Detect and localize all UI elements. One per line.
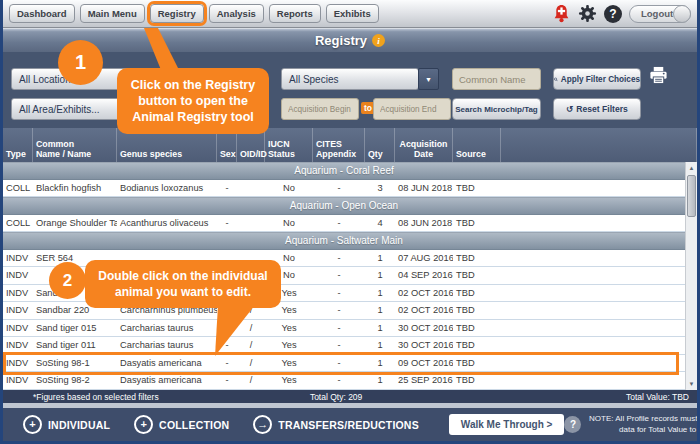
cell-common: SoSting 98-1	[33, 358, 117, 368]
top-nav-bar: DashboardMain MenuRegistryAnalysisReport…	[3, 0, 697, 28]
scrollbar-thumb[interactable]	[687, 175, 696, 217]
cell-iucn: Yes	[265, 340, 313, 350]
page-title: Registry	[315, 33, 367, 48]
cell-source: TBD	[453, 288, 501, 298]
apply-filter-button[interactable]: Apply Filter Choices	[553, 68, 641, 90]
cell-type: INDV	[3, 270, 33, 280]
action-label: COLLECTION	[159, 419, 229, 431]
column-header-label: Genus species	[120, 149, 182, 159]
cell-type: INDV	[3, 340, 33, 350]
plus-circle-icon: +	[23, 415, 42, 434]
acquisition-end-input[interactable]	[373, 98, 451, 120]
cell-qty: 1	[365, 375, 395, 385]
tab-reports[interactable]: Reports	[269, 4, 321, 23]
table-row-sand-tiger-011[interactable]: INDVSand tiger 011Carcharias taurus-/Yes…	[3, 337, 685, 355]
tab-analysis[interactable]: Analysis	[209, 4, 264, 23]
cell-sex: -	[217, 323, 237, 333]
tab-main-menu[interactable]: Main Menu	[80, 4, 145, 23]
cell-iucn: Yes	[265, 375, 313, 385]
note-container: ? NOTE: All Profile records must contain…	[564, 414, 700, 435]
column-header-acquisition[interactable]: Acquisition Date	[395, 128, 453, 162]
reset-filters-button[interactable]: ↺ Reset Filters	[553, 98, 641, 120]
cell-type: INDV	[3, 323, 33, 333]
table-row-sand-tiger-015[interactable]: INDVSand tiger 015Carcharias taurus-/Yes…	[3, 320, 685, 338]
total-value: Total Value: TBD	[626, 392, 689, 402]
figures-note: *Figures based on selected filters	[33, 392, 159, 402]
action-transfers-reductions[interactable]: →TRANSFERS/REDUCTIONS	[253, 415, 419, 434]
cell-acq: 08 JUN 2018	[395, 183, 453, 193]
cell-sex: -	[217, 340, 237, 350]
note-text: NOTE: All Profile records must contain c…	[587, 414, 700, 435]
table-row-sosting-98-2[interactable]: INDVSoSting 98-2Dasyatis americana-/Yes-…	[3, 372, 685, 390]
species-dropdown[interactable]: All Species	[281, 68, 419, 90]
cell-sex: -	[217, 218, 237, 228]
column-header-iucn[interactable]: IUCN Status	[265, 128, 313, 162]
cell-acq: 09 OCT 2016	[395, 358, 453, 368]
cell-oid: /	[237, 340, 265, 350]
action-collection[interactable]: +COLLECTION	[134, 415, 229, 434]
bottom-action-bar: +INDIVIDUAL+COLLECTION→TRANSFERS/REDUCTI…	[3, 408, 697, 441]
action-group: +INDIVIDUAL+COLLECTION→TRANSFERS/REDUCTI…	[23, 415, 443, 434]
cell-genus: Carcharias taurus	[117, 340, 217, 350]
notification-bell-icon[interactable]	[552, 4, 571, 23]
cell-cites: -	[313, 218, 365, 228]
cell-qty: 1	[365, 253, 395, 263]
scroll-down-arrow[interactable]: ▼	[686, 379, 697, 389]
column-header-common[interactable]: Common Name / Name	[33, 128, 117, 162]
cell-source: TBD	[453, 358, 501, 368]
cell-common: Orange Shoulder Tang	[33, 218, 117, 228]
cell-cites: -	[313, 358, 365, 368]
column-header-label: Sex	[220, 149, 236, 159]
cell-acq: 02 OCT 2016	[395, 305, 453, 315]
column-header-source[interactable]: Source	[453, 128, 501, 162]
info-icon[interactable]: i	[372, 34, 385, 47]
cell-type: INDV	[3, 375, 33, 385]
table-scrollbar[interactable]: ▲ ▼	[685, 162, 697, 390]
cell-iucn: No	[265, 183, 313, 193]
cell-type: COLL	[3, 183, 33, 193]
cell-source: TBD	[453, 270, 501, 280]
reset-filters-label: Reset Filters	[576, 104, 628, 114]
common-name-input[interactable]	[452, 68, 541, 90]
tab-registry[interactable]: Registry	[150, 4, 204, 23]
acquisition-begin-input[interactable]	[281, 98, 359, 120]
walk-me-through-button[interactable]: Walk Me Through >	[449, 414, 565, 435]
cell-qty: 1	[365, 305, 395, 315]
column-header-type[interactable]: Type	[3, 128, 33, 162]
cell-source: TBD	[453, 375, 501, 385]
action-label: TRANSFERS/REDUCTIONS	[278, 419, 419, 431]
column-header-label: Common Name / Name	[36, 139, 91, 159]
cell-type: INDV	[3, 288, 33, 298]
tab-exhibits[interactable]: Exhibits	[326, 4, 379, 23]
column-header-qty[interactable]: Qty	[365, 128, 395, 162]
print-icon[interactable]	[649, 66, 668, 85]
cell-cites: -	[313, 288, 365, 298]
cell-type: INDV	[3, 253, 33, 263]
cell-common: SoSting 98-2	[33, 375, 117, 385]
action-individual[interactable]: +INDIVIDUAL	[23, 415, 110, 434]
table-row-sosting-98-1[interactable]: INDVSoSting 98-1Dasyatis americana-/Yes-…	[3, 355, 685, 373]
scroll-up-arrow[interactable]: ▲	[686, 163, 697, 173]
settings-gear-icon[interactable]	[578, 4, 597, 23]
cell-oid: /	[237, 375, 265, 385]
tab-dashboard[interactable]: Dashboard	[9, 4, 75, 23]
step1-bubble: Click on the Registry button to open the…	[117, 68, 269, 134]
cell-type: COLL	[3, 218, 33, 228]
step2-bubble: Double click on the individual animal yo…	[85, 260, 281, 308]
search-microchip-button[interactable]: Search Microchip/Tag	[452, 98, 541, 120]
column-header-label: CITES Appendix	[316, 139, 356, 159]
column-header-label: OID/ID	[240, 149, 267, 159]
group-row-aquarium-coral-reef: Aquarium - Coral Reef	[3, 162, 685, 180]
table-row-blackfin-hogfish[interactable]: COLLBlackfin hogfishBodianus loxozanus-N…	[3, 180, 685, 198]
page-title-bar: Registry i	[3, 28, 697, 52]
table-row-orange-shoulder-tang[interactable]: COLLOrange Shoulder TangAcanthurus oliva…	[3, 215, 685, 233]
filter-panel: All Locations All Area/Exhibits... All S…	[3, 52, 697, 128]
cell-iucn: No	[265, 218, 313, 228]
step2-badge: 2	[49, 262, 86, 299]
help-icon[interactable]: ?	[604, 5, 622, 23]
logout-button[interactable]: Logout	[629, 5, 691, 23]
column-header-cites[interactable]: CITES Appendix	[313, 128, 365, 162]
cell-qty: 1	[365, 288, 395, 298]
cell-source: TBD	[453, 340, 501, 350]
species-dropdown-arrow[interactable]: ▼	[418, 68, 439, 90]
